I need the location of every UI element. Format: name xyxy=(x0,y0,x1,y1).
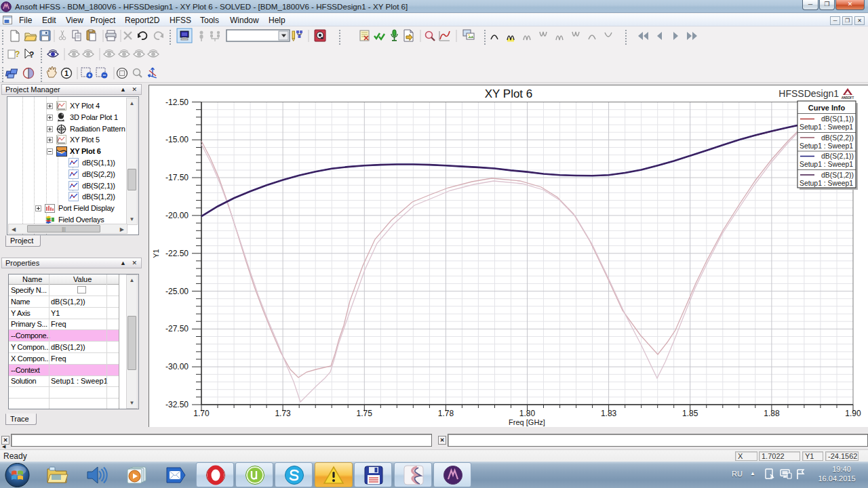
svg-text:1.70: 1.70 xyxy=(193,409,210,418)
svg-text:dB(S(1,1)): dB(S(1,1)) xyxy=(821,115,854,123)
svg-text:1.85: 1.85 xyxy=(682,409,698,418)
svg-text:dB(S(2,2)): dB(S(2,2)) xyxy=(821,134,854,142)
svg-text:-20.00: -20.00 xyxy=(165,211,189,220)
svg-text:Y1: Y1 xyxy=(152,249,160,258)
svg-text:Setup1 : Sweep1: Setup1 : Sweep1 xyxy=(800,180,853,187)
svg-text:?: ? xyxy=(15,49,20,59)
svg-text:1: 1 xyxy=(64,69,68,77)
svg-text:Setup1 : Sweep1: Setup1 : Sweep1 xyxy=(800,142,853,150)
svg-text:1.83: 1.83 xyxy=(601,409,617,418)
svg-text:-30.00: -30.00 xyxy=(165,362,189,371)
svg-text:1.75: 1.75 xyxy=(357,409,373,418)
svg-text:-25.00: -25.00 xyxy=(165,287,189,296)
svg-text:Freq [GHz]: Freq [GHz] xyxy=(509,418,545,426)
svg-text:Curve Info: Curve Info xyxy=(808,104,846,112)
svg-text:1.90: 1.90 xyxy=(845,409,861,418)
svg-text:?: ? xyxy=(29,50,34,60)
svg-text:-12.50: -12.50 xyxy=(165,98,189,107)
svg-text:1.73: 1.73 xyxy=(275,409,291,418)
svg-text:-15.00: -15.00 xyxy=(165,135,189,144)
svg-text:dB(S(2,1)): dB(S(2,1)) xyxy=(821,152,854,160)
svg-text:ANSOFT: ANSOFT xyxy=(842,96,854,100)
svg-text:XY Plot 6: XY Plot 6 xyxy=(485,87,533,100)
svg-text:Setup1 : Sweep1: Setup1 : Sweep1 xyxy=(800,161,853,168)
svg-text:-17.50: -17.50 xyxy=(165,173,189,182)
svg-text:1.80: 1.80 xyxy=(519,409,536,418)
svg-text:-27.50: -27.50 xyxy=(165,324,189,333)
svg-text:1.78: 1.78 xyxy=(438,409,454,418)
svg-text:Setup1 : Sweep1: Setup1 : Sweep1 xyxy=(800,123,853,131)
svg-text:-22.50: -22.50 xyxy=(165,249,189,258)
svg-text:-32.50: -32.50 xyxy=(165,400,189,409)
svg-text:1.88: 1.88 xyxy=(764,409,780,418)
svg-text:dB(S(1,2)): dB(S(1,2)) xyxy=(821,171,854,179)
svg-text:HFSSDesign1: HFSSDesign1 xyxy=(778,88,839,99)
